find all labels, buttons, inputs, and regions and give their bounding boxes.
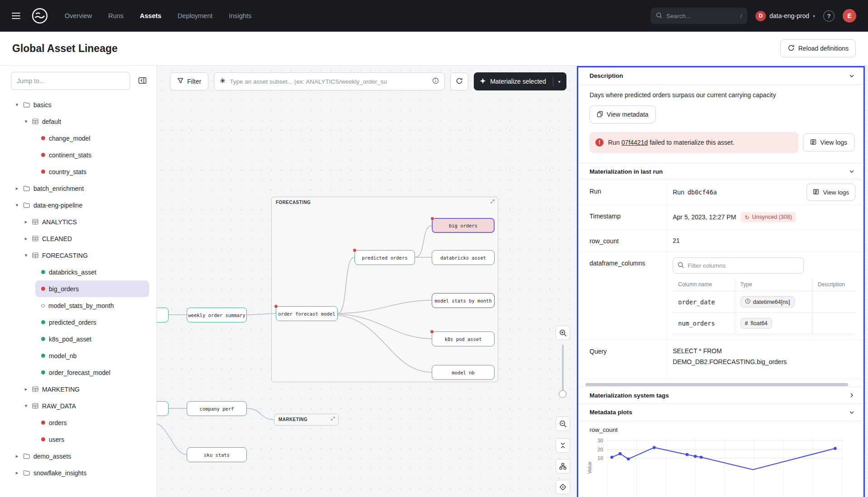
nav-assets[interactable]: Assets [140,12,161,19]
tree-item-batch_enrichment[interactable]: ▸batch_enrichment [0,180,156,197]
asset-node-model_nb[interactable]: model_nb [432,365,495,380]
asset-node-company_perf[interactable]: company_perf [187,401,247,416]
view-metadata-button[interactable]: View metadata [590,105,656,123]
filter-columns-input[interactable] [673,257,804,274]
run-id-link[interactable]: db0cf46a [688,189,717,196]
scrollbar-thumb[interactable] [585,383,848,386]
chevron-down-icon[interactable]: ▾ [558,79,561,84]
menu-icon[interactable] [12,13,20,19]
deployment-switcher[interactable]: D data-eng-prod ▾ [755,11,815,21]
tree-item-users[interactable]: users [35,431,149,448]
failed-run-link[interactable]: 07f4421d [622,139,648,146]
changed-dot [274,304,278,308]
tree-item-ANALYTICS[interactable]: ▸ANALYTICS [0,213,156,230]
zoom-out-button[interactable] [556,417,570,431]
asset-subset-placeholder: Type an asset subset... (ex: ANALYTICS/w… [230,78,428,85]
user-avatar[interactable]: E [843,9,856,23]
system-tags-section-header[interactable]: Materialization system tags [578,387,863,404]
metadata-plots-section-header[interactable]: Metadata plots [578,404,863,421]
tree-item-country_stats[interactable]: country_stats [35,163,149,180]
reload-definitions-button[interactable]: Reload definitions [780,39,856,57]
caret-icon[interactable]: ▸ [24,386,28,392]
global-search-input[interactable]: Search... / [651,8,747,24]
search-shortcut: / [740,13,742,19]
tree-item-CLEANED[interactable]: ▸CLEANED [0,230,156,247]
help-icon[interactable]: ? [823,10,835,22]
unsynced-badge[interactable]: ↻ Unsynced (308) [741,212,796,222]
folder-icon [23,102,30,108]
tree-item-label: RAW_DATA [42,402,76,410]
asset-node-partial[interactable] [157,401,169,416]
layout-button[interactable] [556,459,570,473]
view-logs-button[interactable]: View logs [803,133,854,151]
tree-item-demo_assets[interactable]: ▸demo_assets [0,448,156,464]
tree-item-big_orders[interactable]: big_orders [35,280,149,297]
materialization-section-header[interactable]: Materialization in last run [578,163,863,180]
horizontal-scrollbar[interactable] [585,383,856,387]
tree-item-predicted_orders[interactable]: predicted_orders [35,314,149,331]
tree-item-continent_stats[interactable]: continent_stats [35,147,149,163]
view-logs-button-row[interactable]: View logs [807,184,855,201]
tree-item-orders[interactable]: orders [35,414,149,431]
asset-node-k8s_pod_asset[interactable]: k8s_pod_asset [432,331,495,346]
collapse-sidebar-button[interactable] [134,72,151,90]
caret-icon[interactable]: ▸ [24,219,28,225]
caret-icon[interactable]: ▾ [14,202,19,208]
nav-deployment[interactable]: Deployment [178,12,212,19]
refresh-graph-button[interactable] [450,72,468,90]
schema-icon [32,252,38,258]
caret-icon[interactable]: ▾ [24,403,28,409]
jump-to-input[interactable] [11,72,130,90]
tree-item-snowflake_insights[interactable]: ▸snowflake_insights [0,464,156,481]
caret-icon[interactable]: ▸ [24,236,28,241]
refresh-icon [456,77,463,86]
materialize-selected-button[interactable]: Materialize selected ▾ [474,72,566,90]
asset-node-big_orders[interactable]: big_orders [432,218,495,233]
asset-node-partial[interactable] [157,308,169,322]
asset-node-databricks_asset[interactable]: databricks_asset [432,250,495,265]
collapse-groups-button[interactable] [556,438,570,453]
nav-insights[interactable]: Insights [229,12,251,19]
caret-icon[interactable]: ▾ [14,102,19,108]
asset-node-model_stats_by_month[interactable]: model_stats_by_month [432,293,495,308]
description-section-header[interactable]: Description [578,67,863,85]
zoom-slider-track[interactable] [562,345,564,392]
recenter-button[interactable] [556,480,570,494]
caret-icon[interactable]: ▸ [14,470,19,476]
tree-item-default[interactable]: ▾default [0,113,156,130]
tree-item-model_nb[interactable]: model_nb [35,347,149,364]
changed-dot [353,248,357,252]
tree-item-FORECASTING[interactable]: ▾FORECASTING [0,247,156,264]
tree-item-data-eng-pipeline[interactable]: ▾data-eng-pipeline [0,197,156,213]
tree-item-label: data-eng-pipeline [33,202,82,209]
caret-icon[interactable]: ▾ [24,118,28,124]
search-icon [656,12,662,20]
caret-icon[interactable]: ▾ [24,252,28,258]
asset-subset-input[interactable]: Type an asset subset... (ex: ANALYTICS/w… [214,72,445,90]
dagster-logo[interactable] [31,7,48,24]
tree-item-MARKETING[interactable]: ▸MARKETING [0,381,156,398]
asset-node-order_forecast_model[interactable]: order_forecast_model [276,306,338,321]
zoom-in-button[interactable] [556,326,570,340]
filter-columns-field[interactable] [688,262,799,269]
tree-item-model_stats_by_month[interactable]: model_stats_by_month [35,297,149,314]
folder-icon [23,202,30,208]
asset-node-sku_stats[interactable]: sku_stats [187,447,247,462]
asset-node-weekly_order_summary[interactable]: weekly_order_summary [187,308,247,322]
tree-item-change_model[interactable]: change_model [35,130,149,147]
tree-item-RAW_DATA[interactable]: ▾RAW_DATA [0,398,156,414]
nav-runs[interactable]: Runs [108,12,123,19]
tree-item-order_forecast_model[interactable]: order_forecast_model [35,364,149,381]
asset-node-predicted_orders[interactable]: predicted_orders [354,250,415,265]
tree-item-k8s_pod_asset[interactable]: k8s_pod_asset [35,331,149,347]
caret-icon[interactable]: ▸ [14,453,19,459]
tree-item-basics[interactable]: ▾basics [0,96,156,113]
schema-icon [32,386,38,392]
caret-icon[interactable]: ▸ [14,185,19,191]
info-icon[interactable] [432,77,439,86]
nav-overview[interactable]: Overview [65,12,92,19]
zoom-slider-knob[interactable] [559,390,566,398]
tree-item-databricks_asset[interactable]: databricks_asset [35,264,149,280]
filter-button[interactable]: Filter [170,72,208,90]
sync-icon: ↻ [745,214,749,221]
